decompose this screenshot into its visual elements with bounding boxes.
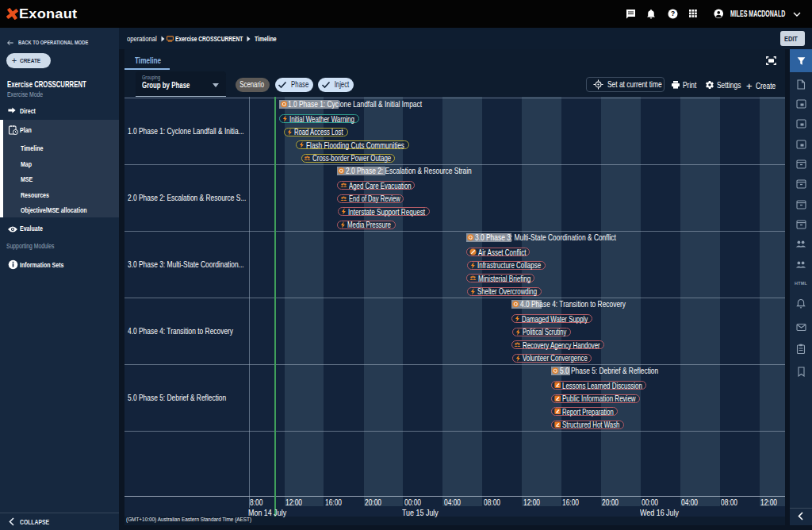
svg-text:?: ? bbox=[670, 10, 674, 17]
